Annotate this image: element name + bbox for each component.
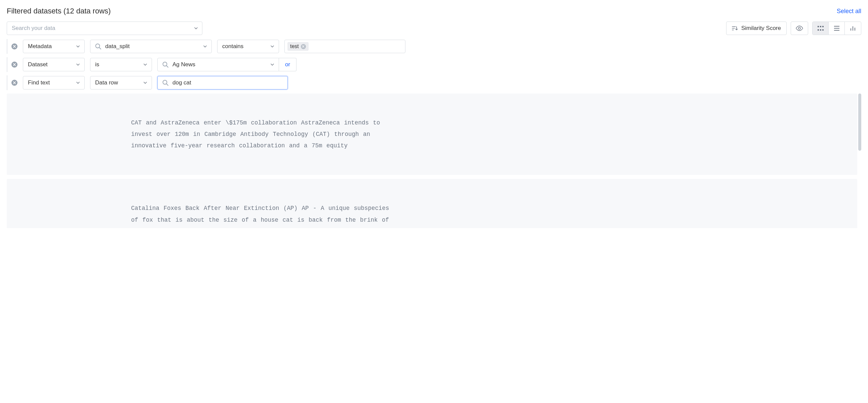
close-icon bbox=[13, 45, 16, 48]
close-icon bbox=[302, 45, 305, 48]
dropdown-label: is bbox=[95, 61, 99, 68]
data-row-card[interactable]: Catalina Foxes Back After Near Extinctio… bbox=[7, 179, 857, 228]
chevron-down-icon bbox=[271, 64, 274, 66]
svg-point-0 bbox=[798, 27, 800, 29]
filter-type-dropdown[interactable]: Metadata bbox=[23, 40, 85, 53]
close-icon bbox=[13, 81, 16, 84]
filter-operator-dropdown[interactable]: contains bbox=[217, 40, 279, 53]
dropdown-label: Dataset bbox=[28, 61, 48, 68]
similarity-score-button[interactable]: Similarity Score bbox=[726, 22, 787, 35]
filter-row: Find text Data row bbox=[7, 75, 861, 90]
search-icon bbox=[95, 44, 101, 50]
svg-rect-5 bbox=[820, 29, 821, 31]
svg-rect-2 bbox=[820, 26, 821, 27]
data-row-text: Catalina Foxes Back After Near Extinctio… bbox=[131, 202, 393, 228]
filter-row: Metadata contains test bbox=[7, 39, 861, 54]
grid-view-button[interactable] bbox=[812, 22, 829, 35]
svg-rect-4 bbox=[817, 29, 819, 31]
visibility-toggle-button[interactable] bbox=[791, 22, 808, 35]
filter-value-input[interactable]: test bbox=[284, 40, 405, 53]
chevron-down-icon bbox=[76, 64, 80, 66]
grid-icon bbox=[817, 26, 824, 31]
svg-rect-6 bbox=[822, 29, 824, 31]
chevron-down-icon bbox=[76, 46, 80, 48]
chip-remove-button[interactable] bbox=[301, 44, 306, 49]
page-title: Filtered datasets (12 data rows) bbox=[7, 7, 111, 16]
scrollbar-thumb[interactable] bbox=[858, 93, 861, 151]
bar-chart-icon bbox=[850, 26, 856, 31]
chevron-down-icon bbox=[144, 82, 147, 84]
chevron-down-icon bbox=[76, 82, 80, 84]
chip-label: test bbox=[290, 44, 299, 50]
search-icon bbox=[162, 80, 168, 86]
find-text-value[interactable] bbox=[173, 79, 283, 86]
select-all-link[interactable]: Select all bbox=[837, 8, 861, 15]
remove-filter-button[interactable] bbox=[11, 44, 18, 50]
or-label: or bbox=[285, 61, 290, 68]
svg-rect-1 bbox=[817, 26, 819, 27]
view-toggle bbox=[812, 22, 861, 35]
filter-row: Dataset is or bbox=[7, 57, 861, 72]
data-row-text: CAT and AstraZeneca enter \$175m collabo… bbox=[131, 117, 393, 151]
filter-scope-dropdown[interactable]: Data row bbox=[90, 76, 152, 89]
sort-icon bbox=[732, 26, 738, 31]
divider bbox=[7, 39, 7, 54]
search-icon bbox=[162, 62, 168, 67]
filter-field-input[interactable] bbox=[90, 40, 212, 53]
find-text-input[interactable] bbox=[157, 76, 288, 89]
scrollbar-track bbox=[858, 93, 861, 228]
dropdown-label: Find text bbox=[28, 79, 50, 86]
chevron-down-icon bbox=[271, 46, 274, 48]
remove-filter-button[interactable] bbox=[11, 62, 18, 67]
chart-view-button[interactable] bbox=[845, 22, 861, 35]
remove-filter-button[interactable] bbox=[11, 80, 18, 86]
dropdown-label: contains bbox=[222, 43, 243, 50]
filter-type-dropdown[interactable]: Dataset bbox=[23, 58, 85, 71]
filter-chip: test bbox=[287, 42, 309, 51]
svg-rect-3 bbox=[822, 26, 824, 27]
or-button[interactable]: or bbox=[279, 58, 297, 71]
filter-value-text[interactable] bbox=[173, 61, 267, 68]
filter-type-dropdown[interactable]: Find text bbox=[23, 76, 85, 89]
filter-operator-dropdown[interactable]: is bbox=[90, 58, 152, 71]
filter-value-input[interactable] bbox=[157, 58, 279, 71]
close-icon bbox=[13, 63, 16, 66]
results-scroll[interactable]: CAT and AstraZeneca enter \$175m collabo… bbox=[7, 93, 861, 228]
dropdown-label: Data row bbox=[95, 79, 118, 86]
divider bbox=[7, 75, 7, 90]
data-row-card[interactable]: CAT and AstraZeneca enter \$175m collabo… bbox=[7, 93, 857, 175]
divider bbox=[7, 57, 7, 72]
similarity-score-label: Similarity Score bbox=[741, 25, 781, 32]
search-input[interactable] bbox=[7, 22, 203, 35]
list-icon bbox=[834, 26, 839, 31]
chevron-down-icon bbox=[144, 64, 147, 66]
dropdown-label: Metadata bbox=[28, 43, 52, 50]
filter-field-text[interactable] bbox=[105, 43, 199, 50]
list-view-button[interactable] bbox=[829, 22, 845, 35]
eye-icon bbox=[796, 26, 803, 31]
chevron-down-icon bbox=[204, 46, 207, 48]
